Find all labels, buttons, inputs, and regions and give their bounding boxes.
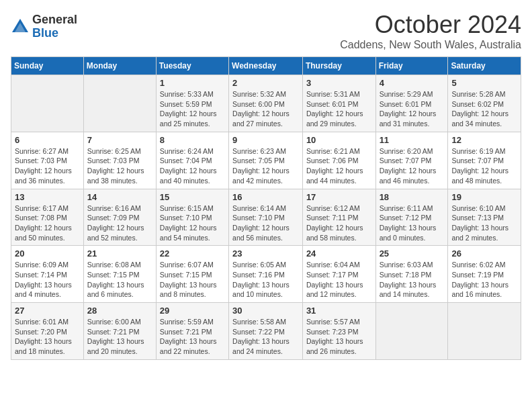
day-info: Sunrise: 5:58 AM Sunset: 7:22 PM Dayligh… — [232, 317, 299, 357]
day-info: Sunrise: 6:02 AM Sunset: 7:19 PM Dayligh… — [451, 260, 517, 300]
day-number: 16 — [232, 192, 299, 202]
day-info: Sunrise: 6:08 AM Sunset: 7:15 PM Dayligh… — [87, 260, 152, 300]
day-number: 25 — [380, 248, 445, 259]
day-info: Sunrise: 6:09 AM Sunset: 7:14 PM Dayligh… — [15, 260, 80, 300]
calendar-cell: 24Sunrise: 6:04 AM Sunset: 7:17 PM Dayli… — [302, 246, 375, 303]
day-number: 21 — [87, 248, 152, 259]
calendar-cell: 15Sunrise: 6:15 AM Sunset: 7:10 PM Dayli… — [156, 189, 228, 246]
day-info: Sunrise: 6:07 AM Sunset: 7:15 PM Dayligh… — [160, 260, 225, 300]
calendar-cell: 14Sunrise: 6:16 AM Sunset: 7:09 PM Dayli… — [83, 189, 156, 246]
day-number: 29 — [160, 306, 225, 316]
header: General Blue October 2024 Caddens, New S… — [11, 11, 521, 51]
day-info: Sunrise: 6:12 AM Sunset: 7:11 PM Dayligh… — [306, 203, 372, 243]
day-info: Sunrise: 6:11 AM Sunset: 7:12 PM Dayligh… — [380, 203, 445, 243]
day-number: 9 — [232, 135, 299, 145]
day-number: 5 — [451, 78, 517, 88]
day-info: Sunrise: 5:29 AM Sunset: 6:01 PM Dayligh… — [380, 89, 445, 129]
day-number: 27 — [15, 306, 80, 316]
calendar-cell — [11, 75, 84, 132]
calendar-cell: 9Sunrise: 6:23 AM Sunset: 7:05 PM Daylig… — [229, 132, 303, 189]
calendar-cell: 5Sunrise: 5:28 AM Sunset: 6:02 PM Daylig… — [448, 75, 521, 132]
day-info: Sunrise: 6:24 AM Sunset: 7:04 PM Dayligh… — [160, 146, 225, 186]
week-row-0: 1Sunrise: 5:33 AM Sunset: 5:59 PM Daylig… — [11, 75, 521, 132]
title-area: October 2024 Caddens, New South Wales, A… — [340, 11, 521, 51]
header-friday: Friday — [375, 57, 448, 75]
week-row-1: 6Sunrise: 6:27 AM Sunset: 7:03 PM Daylig… — [11, 132, 521, 189]
day-info: Sunrise: 5:33 AM Sunset: 5:59 PM Dayligh… — [160, 89, 225, 129]
day-number: 4 — [380, 78, 445, 88]
calendar-cell: 25Sunrise: 6:03 AM Sunset: 7:18 PM Dayli… — [375, 246, 448, 303]
calendar-cell — [83, 75, 156, 132]
calendar-cell: 6Sunrise: 6:27 AM Sunset: 7:03 PM Daylig… — [11, 132, 84, 189]
calendar-cell: 13Sunrise: 6:17 AM Sunset: 7:08 PM Dayli… — [11, 189, 84, 246]
day-info: Sunrise: 6:20 AM Sunset: 7:07 PM Dayligh… — [380, 146, 445, 186]
day-info: Sunrise: 5:32 AM Sunset: 6:00 PM Dayligh… — [232, 89, 299, 129]
day-number: 12 — [451, 135, 517, 145]
calendar-cell: 31Sunrise: 5:57 AM Sunset: 7:23 PM Dayli… — [302, 303, 375, 360]
logo-icon — [11, 17, 30, 36]
day-number: 23 — [232, 248, 299, 259]
week-row-2: 13Sunrise: 6:17 AM Sunset: 7:08 PM Dayli… — [11, 189, 521, 246]
calendar-cell: 3Sunrise: 5:31 AM Sunset: 6:01 PM Daylig… — [302, 75, 375, 132]
day-number: 8 — [160, 135, 225, 145]
header-wednesday: Wednesday — [229, 57, 303, 75]
header-saturday: Saturday — [448, 57, 521, 75]
day-info: Sunrise: 6:19 AM Sunset: 7:07 PM Dayligh… — [451, 146, 517, 186]
calendar-cell: 11Sunrise: 6:20 AM Sunset: 7:07 PM Dayli… — [375, 132, 448, 189]
day-number: 13 — [15, 192, 80, 202]
day-number: 24 — [306, 248, 372, 259]
calendar-cell: 28Sunrise: 6:00 AM Sunset: 7:21 PM Dayli… — [83, 303, 156, 360]
day-info: Sunrise: 6:16 AM Sunset: 7:09 PM Dayligh… — [87, 203, 152, 243]
day-info: Sunrise: 6:05 AM Sunset: 7:16 PM Dayligh… — [232, 260, 299, 300]
calendar-cell: 27Sunrise: 6:01 AM Sunset: 7:20 PM Dayli… — [11, 303, 84, 360]
day-info: Sunrise: 6:25 AM Sunset: 7:03 PM Dayligh… — [87, 146, 152, 186]
calendar-cell: 19Sunrise: 6:10 AM Sunset: 7:13 PM Dayli… — [448, 189, 521, 246]
day-number: 22 — [160, 248, 225, 259]
day-number: 2 — [232, 78, 299, 88]
logo-text: General Blue — [32, 13, 77, 40]
day-info: Sunrise: 6:21 AM Sunset: 7:06 PM Dayligh… — [306, 146, 372, 186]
calendar-cell — [375, 303, 448, 360]
calendar-cell: 2Sunrise: 5:32 AM Sunset: 6:00 PM Daylig… — [229, 75, 303, 132]
day-info: Sunrise: 5:59 AM Sunset: 7:21 PM Dayligh… — [160, 317, 225, 357]
location-title: Caddens, New South Wales, Australia — [340, 39, 521, 51]
calendar-cell: 1Sunrise: 5:33 AM Sunset: 5:59 PM Daylig… — [156, 75, 228, 132]
calendar-cell: 22Sunrise: 6:07 AM Sunset: 7:15 PM Dayli… — [156, 246, 228, 303]
day-number: 31 — [306, 306, 372, 316]
logo-blue-text: Blue — [32, 27, 77, 40]
calendar-cell: 26Sunrise: 6:02 AM Sunset: 7:19 PM Dayli… — [448, 246, 521, 303]
day-number: 7 — [87, 135, 152, 145]
day-number: 14 — [87, 192, 152, 202]
calendar-cell: 4Sunrise: 5:29 AM Sunset: 6:01 PM Daylig… — [375, 75, 448, 132]
day-info: Sunrise: 5:57 AM Sunset: 7:23 PM Dayligh… — [306, 317, 372, 357]
day-info: Sunrise: 5:31 AM Sunset: 6:01 PM Dayligh… — [306, 89, 372, 129]
day-headers-row: SundayMondayTuesdayWednesdayThursdayFrid… — [11, 57, 521, 75]
day-info: Sunrise: 6:23 AM Sunset: 7:05 PM Dayligh… — [232, 146, 299, 186]
day-number: 17 — [306, 192, 372, 202]
calendar-cell: 10Sunrise: 6:21 AM Sunset: 7:06 PM Dayli… — [302, 132, 375, 189]
calendar-cell: 17Sunrise: 6:12 AM Sunset: 7:11 PM Dayli… — [302, 189, 375, 246]
calendar-cell: 7Sunrise: 6:25 AM Sunset: 7:03 PM Daylig… — [83, 132, 156, 189]
day-number: 26 — [451, 248, 517, 259]
day-info: Sunrise: 5:28 AM Sunset: 6:02 PM Dayligh… — [451, 89, 517, 129]
calendar-cell: 12Sunrise: 6:19 AM Sunset: 7:07 PM Dayli… — [448, 132, 521, 189]
day-info: Sunrise: 6:14 AM Sunset: 7:10 PM Dayligh… — [232, 203, 299, 243]
day-number: 6 — [15, 135, 80, 145]
header-sunday: Sunday — [11, 57, 84, 75]
day-number: 15 — [160, 192, 225, 202]
month-title: October 2024 — [340, 11, 521, 39]
day-number: 1 — [160, 78, 225, 88]
calendar-cell: 18Sunrise: 6:11 AM Sunset: 7:12 PM Dayli… — [375, 189, 448, 246]
day-info: Sunrise: 6:04 AM Sunset: 7:17 PM Dayligh… — [306, 260, 372, 300]
day-info: Sunrise: 6:27 AM Sunset: 7:03 PM Dayligh… — [15, 146, 80, 186]
logo: General Blue — [11, 13, 77, 40]
day-number: 10 — [306, 135, 372, 145]
calendar-cell: 20Sunrise: 6:09 AM Sunset: 7:14 PM Dayli… — [11, 246, 84, 303]
week-row-3: 20Sunrise: 6:09 AM Sunset: 7:14 PM Dayli… — [11, 246, 521, 303]
week-row-4: 27Sunrise: 6:01 AM Sunset: 7:20 PM Dayli… — [11, 303, 521, 360]
header-monday: Monday — [83, 57, 156, 75]
day-info: Sunrise: 6:03 AM Sunset: 7:18 PM Dayligh… — [380, 260, 445, 300]
day-info: Sunrise: 6:15 AM Sunset: 7:10 PM Dayligh… — [160, 203, 225, 243]
calendar-cell — [448, 303, 521, 360]
calendar-cell: 30Sunrise: 5:58 AM Sunset: 7:22 PM Dayli… — [229, 303, 303, 360]
